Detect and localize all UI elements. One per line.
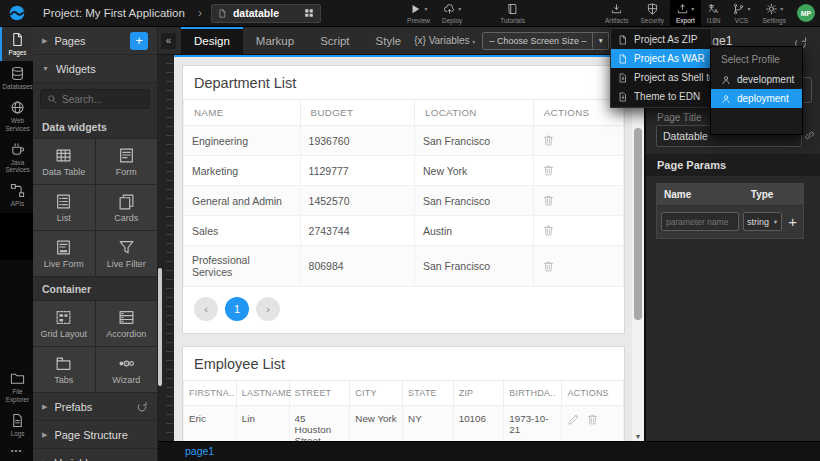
chevron-down-icon: ▾ xyxy=(691,6,694,12)
panel-scrollbar-thumb[interactable] xyxy=(158,268,162,386)
widget-tile-list[interactable]: List xyxy=(33,185,95,230)
rail-item-databases[interactable]: Databases xyxy=(0,61,33,95)
menu-item-theme-to-edn[interactable]: Theme to EDN xyxy=(611,87,711,106)
widget-search-input[interactable] xyxy=(62,94,143,105)
table-row[interactable]: General and Admin 1452570 San Francisco xyxy=(184,186,624,216)
delete-icon[interactable] xyxy=(542,260,555,273)
widget-tile-tabs[interactable]: Tabs xyxy=(33,347,95,392)
widget-tile-grid-layout[interactable]: Grid Layout xyxy=(33,301,95,346)
variables-dropdown[interactable]: {x} Variables ▾ xyxy=(414,35,475,46)
param-type-select[interactable]: string ▼ xyxy=(743,212,782,231)
artifacts-button[interactable]: Artifacts xyxy=(599,0,634,27)
prev-page-button[interactable]: ‹ xyxy=(194,297,218,321)
table-row[interactable]: Marketing 1129777 New York xyxy=(184,156,624,186)
vcs-button[interactable]: ▾ VCS xyxy=(726,0,756,27)
settings-button[interactable]: ▾ Settings xyxy=(757,0,793,27)
table-row[interactable]: Professional Services 806984 San Francis… xyxy=(184,246,624,287)
submenu-header: Select Profile xyxy=(711,47,802,70)
design-canvas[interactable]: Department List NAME BUDGET LOCATION ACT… xyxy=(174,55,632,441)
column-header[interactable]: ZIP xyxy=(453,381,504,406)
column-header[interactable]: STATE xyxy=(403,381,454,406)
next-page-button[interactable]: › xyxy=(256,297,280,321)
column-header[interactable]: ACTIONS xyxy=(562,381,624,406)
chevron-down-icon: ▾ xyxy=(458,6,461,12)
rail-more-button[interactable]: ••• xyxy=(0,442,33,461)
submenu-item-development[interactable]: development xyxy=(711,70,802,89)
scrollbar-thumb[interactable] xyxy=(634,128,642,320)
rail-item-apis[interactable]: APIs xyxy=(0,178,33,212)
collapse-panel-button[interactable]: « xyxy=(161,33,176,49)
delete-icon[interactable] xyxy=(542,134,555,147)
param-name-input[interactable] xyxy=(661,212,739,231)
widget-tile-wizard[interactable]: Wizard xyxy=(96,347,158,392)
delete-icon[interactable] xyxy=(542,164,555,177)
tab-markup[interactable]: Markup xyxy=(243,27,307,55)
widgets-accordion[interactable]: ▼ Widgets xyxy=(33,55,157,83)
column-header[interactable]: BUDGET xyxy=(300,100,414,126)
column-header[interactable]: CITY xyxy=(350,381,403,406)
refresh-icon[interactable] xyxy=(136,401,148,413)
column-header[interactable]: LASTNAME xyxy=(236,381,289,406)
screen-size-select[interactable]: – Choose Screen Size – ▼ xyxy=(482,32,609,50)
scroll-down-icon[interactable]: ▼ xyxy=(632,433,644,440)
bind-link-icon[interactable] xyxy=(803,129,816,142)
employee-list-widget[interactable]: Employee List FIRSTNA.. LASTNAME STREET … xyxy=(182,346,625,441)
delete-icon[interactable] xyxy=(586,413,599,426)
widget-tile-data-table[interactable]: Data Table xyxy=(33,139,95,184)
rail-item-web-services[interactable]: Web Services xyxy=(0,95,33,136)
column-header[interactable]: FIRSTNA.. xyxy=(184,381,237,406)
page-number-button[interactable]: 1 xyxy=(225,297,249,321)
widget-tile-live-form[interactable]: Live Form xyxy=(33,231,95,276)
widget-tile-cards[interactable]: Cards xyxy=(96,185,158,230)
department-list-widget[interactable]: Department List NAME BUDGET LOCATION ACT… xyxy=(182,65,625,334)
menu-item-project-as-war[interactable]: Project As WAR ► xyxy=(611,49,711,68)
export-button[interactable]: ▾ Export xyxy=(670,0,701,27)
database-icon xyxy=(10,66,25,81)
column-header[interactable]: NAME xyxy=(184,100,301,126)
pagination: ‹ 1 › xyxy=(183,287,624,333)
table-row[interactable]: Engineering 1936760 San Francisco xyxy=(184,126,624,156)
widget-tile-form[interactable]: Form xyxy=(96,139,158,184)
widget-tile-live-filter[interactable]: Live Filter xyxy=(96,231,158,276)
tab-style[interactable]: Style xyxy=(363,27,415,55)
user-avatar[interactable]: MP xyxy=(797,4,815,22)
rail-item-file-explorer[interactable]: File Explorer xyxy=(0,366,33,407)
page-structure-accordion[interactable]: ▶ Page Structure xyxy=(33,421,157,449)
pages-accordion[interactable]: ▶ Pages + xyxy=(33,27,157,55)
column-header[interactable]: STREET xyxy=(289,381,350,406)
deploy-button[interactable]: ▾ Deploy xyxy=(436,0,468,27)
tab-script[interactable]: Script xyxy=(307,27,362,55)
table-row[interactable]: Sales 2743744 Austin xyxy=(184,216,624,246)
delete-icon[interactable] xyxy=(542,224,555,237)
widget-tile-accordion[interactable]: Accordion xyxy=(96,301,158,346)
rail-item-java-services[interactable]: Java Services xyxy=(0,137,33,178)
security-button[interactable]: Security xyxy=(634,0,669,27)
app-logo[interactable] xyxy=(0,4,33,22)
tab-design[interactable]: Design xyxy=(181,27,243,55)
rail-item-logs[interactable]: Logs xyxy=(0,408,33,442)
rail-spacer xyxy=(0,213,33,260)
employee-table: FIRSTNA.. LASTNAME STREET CITY STATE ZIP… xyxy=(183,381,624,441)
deploy-label: Deploy xyxy=(442,17,462,24)
pages-icon xyxy=(10,32,25,47)
variables-accordion[interactable]: ▶ Variables xyxy=(33,449,157,461)
rail-item-pages[interactable]: Pages xyxy=(0,27,33,61)
menu-item-project-as-shell-to-edn[interactable]: Project as Shell to EDN xyxy=(611,68,711,87)
menu-item-project-as-zip[interactable]: Project As ZIP xyxy=(611,30,711,49)
page-selector[interactable]: datatable xyxy=(211,4,321,23)
add-page-button[interactable]: + xyxy=(130,32,148,50)
column-header[interactable]: BIRTHDA.. xyxy=(504,381,562,406)
column-header[interactable]: LOCATION xyxy=(414,100,533,126)
add-param-button[interactable]: + xyxy=(786,214,799,229)
edit-icon[interactable] xyxy=(567,413,580,426)
table-row[interactable]: Eric Lin 45 Houston Street New York NY 1… xyxy=(184,406,624,442)
submenu-item-deployment[interactable]: deployment xyxy=(711,89,802,108)
canvas-scrollbar[interactable]: ▼ xyxy=(632,55,644,441)
container-header: Container xyxy=(33,277,157,300)
prefabs-accordion[interactable]: ▶ Prefabs xyxy=(33,393,157,421)
delete-icon[interactable] xyxy=(542,194,555,207)
i18n-button[interactable]: I18N xyxy=(701,0,727,27)
open-page-tab[interactable]: page1 xyxy=(185,445,214,457)
tutorials-button[interactable]: Tutorials xyxy=(494,0,531,27)
preview-button[interactable]: ▾ Preview xyxy=(401,0,436,27)
